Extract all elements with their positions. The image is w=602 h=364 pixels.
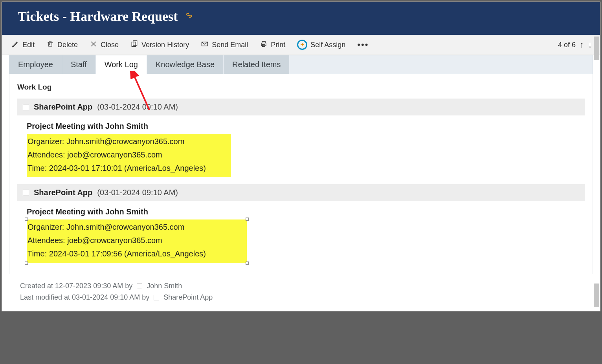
- toolbar: Edit Delete Close Version History Send E…: [2, 35, 600, 55]
- entry-organizer: Organizer: John.smith@crowcanyon365.com: [28, 220, 244, 234]
- selection-handle[interactable]: [25, 218, 28, 221]
- entry-meeting-title: Project Meeting with John Smith: [27, 119, 580, 133]
- entry-author: SharePoint App: [34, 188, 92, 197]
- print-label: Print: [271, 41, 285, 49]
- highlighted-block-selected: Organizer: John.smith@crowcanyon365.com …: [27, 219, 247, 263]
- delete-label: Delete: [57, 41, 78, 49]
- version-history-icon: [130, 40, 138, 50]
- entry-checkbox[interactable]: [23, 190, 29, 196]
- print-button[interactable]: Print: [258, 38, 287, 52]
- close-button[interactable]: Close: [88, 38, 120, 52]
- created-by: John Smith: [147, 282, 182, 290]
- scrollbar-thumb[interactable]: [594, 284, 599, 307]
- content-area: Employee Staff Work Log Knowledge Base R…: [2, 55, 600, 311]
- log-entry-header: SharePoint App (03-01-2024 09:10 AM): [17, 99, 585, 115]
- close-icon: [90, 40, 97, 50]
- created-line: Created at 12-07-2023 09:30 AM by John S…: [20, 280, 582, 292]
- more-button[interactable]: •••: [356, 37, 370, 52]
- tab-employee[interactable]: Employee: [9, 55, 62, 74]
- entry-attendees: Attendees: joeb@crowcanyon365.com: [28, 148, 229, 161]
- next-record-button[interactable]: ↓: [588, 40, 592, 50]
- tab-work-log[interactable]: Work Log: [96, 55, 147, 74]
- entry-organizer: Organizer: John.smith@crowcanyon365.com: [28, 135, 229, 148]
- send-email-label: Send Email: [212, 41, 248, 49]
- close-label: Close: [101, 41, 119, 49]
- tab-body: Work Log SharePoint App (03-01-2024 09:1…: [9, 74, 593, 274]
- version-history-label: Version History: [141, 41, 189, 49]
- scrollbar-thumb[interactable]: [594, 37, 599, 60]
- send-email-button[interactable]: Send Email: [199, 38, 250, 52]
- entry-meeting-title: Project Meeting with John Smith: [27, 205, 580, 218]
- log-entry-body: Project Meeting with John Smith Organize…: [17, 203, 585, 270]
- pencil-icon: [11, 40, 19, 50]
- highlighted-block: Organizer: John.smith@crowcanyon365.com …: [27, 134, 231, 177]
- entry-attendees: Attendees: joeb@crowcanyon365.com: [28, 234, 244, 247]
- entry-author: SharePoint App: [34, 102, 92, 112]
- pager-text: 4 of 6: [558, 41, 576, 49]
- edit-label: Edit: [22, 41, 35, 49]
- self-assign-button[interactable]: Self Assign: [295, 37, 347, 52]
- modified-prefix: Last modified at 03-01-2024 09:10 AM by: [20, 293, 151, 301]
- modified-line: Last modified at 03-01-2024 09:10 AM by …: [20, 292, 582, 303]
- edit-button[interactable]: Edit: [10, 38, 36, 52]
- footer-metadata: Created at 12-07-2023 09:30 AM by John S…: [9, 274, 593, 305]
- app-window: Tickets - Hardware Request Edit Delete C…: [2, 2, 600, 311]
- tab-knowledge-base[interactable]: Knowledge Base: [147, 55, 224, 74]
- created-prefix: Created at 12-07-2023 09:30 AM by: [20, 282, 134, 290]
- entry-date: (03-01-2024 09:10 AM): [97, 102, 178, 112]
- presence-indicator: [137, 284, 142, 289]
- mail-icon: [201, 40, 209, 50]
- entry-time: Time: 2024-03-01 17:10:01 (America/Los_A…: [28, 161, 229, 175]
- trash-icon: [46, 40, 54, 50]
- tab-bar: Employee Staff Work Log Knowledge Base R…: [9, 55, 593, 74]
- tab-related-items[interactable]: Related Items: [224, 55, 290, 74]
- modified-by: SharePoint App: [163, 293, 213, 301]
- section-title: Work Log: [17, 83, 585, 91]
- page-title: Tickets - Hardware Request: [18, 9, 178, 24]
- selection-handle[interactable]: [246, 262, 249, 265]
- link-icon[interactable]: [184, 11, 194, 22]
- prev-record-button[interactable]: ↑: [580, 40, 584, 50]
- pager: 4 of 6 ↑ ↓: [558, 40, 592, 50]
- entry-date: (03-01-2024 09:10 AM): [97, 188, 178, 197]
- delete-button[interactable]: Delete: [45, 38, 79, 52]
- ellipsis-icon: •••: [357, 40, 369, 50]
- version-history-button[interactable]: Version History: [129, 38, 191, 52]
- tab-staff[interactable]: Staff: [62, 55, 96, 74]
- scrollbar[interactable]: [594, 37, 599, 307]
- selection-handle[interactable]: [25, 262, 28, 265]
- presence-indicator: [154, 295, 159, 300]
- entry-time: Time: 2024-03-01 17:09:56 (America/Los_A…: [28, 247, 244, 260]
- self-assign-icon: [297, 40, 307, 50]
- print-icon: [260, 40, 268, 50]
- svg-rect-0: [132, 42, 136, 47]
- svg-rect-3: [261, 43, 266, 46]
- self-assign-label: Self Assign: [310, 41, 345, 49]
- log-entry-header: SharePoint App (03-01-2024 09:10 AM): [17, 184, 585, 201]
- entry-checkbox[interactable]: [23, 104, 29, 110]
- header-bar: Tickets - Hardware Request: [2, 2, 600, 35]
- log-entry-body: Project Meeting with John Smith Organize…: [17, 118, 585, 184]
- selection-handle[interactable]: [246, 218, 249, 221]
- svg-rect-1: [133, 40, 137, 45]
